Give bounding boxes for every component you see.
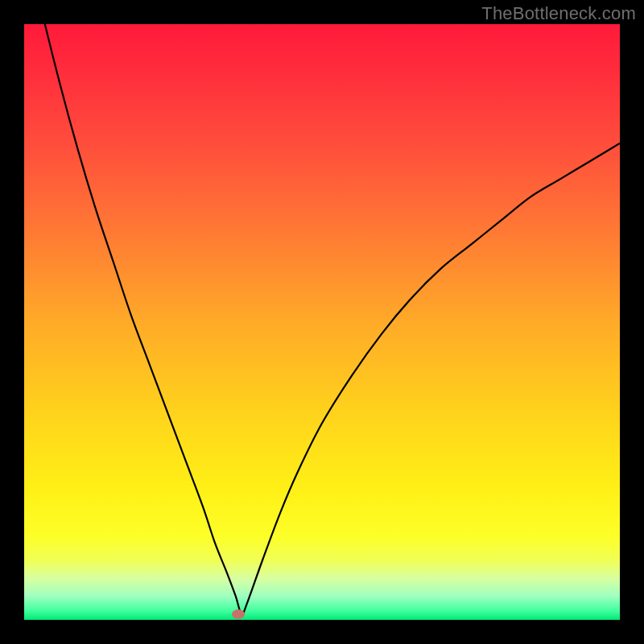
curve-svg [24, 24, 620, 620]
bottleneck-curve [24, 24, 620, 614]
watermark-label: TheBottleneck.com [481, 3, 636, 24]
chart-frame: TheBottleneck.com [0, 0, 644, 644]
optimum-marker [232, 609, 245, 619]
plot-area [24, 24, 620, 620]
